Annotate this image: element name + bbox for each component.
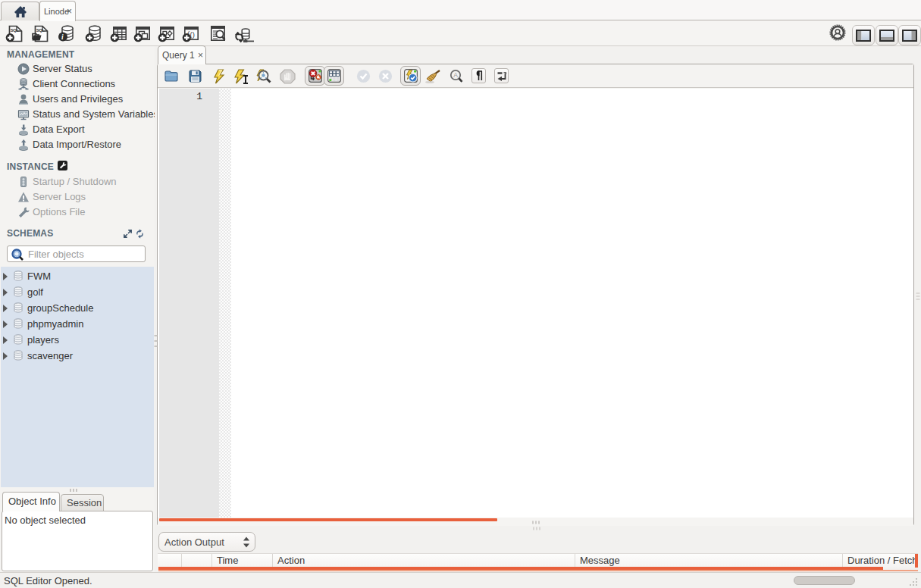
svg-text:SQL: SQL xyxy=(11,28,20,33)
svg-text:SQL: SQL xyxy=(36,28,45,33)
svg-text:A: A xyxy=(453,71,458,79)
svg-text:i: i xyxy=(61,33,64,41)
